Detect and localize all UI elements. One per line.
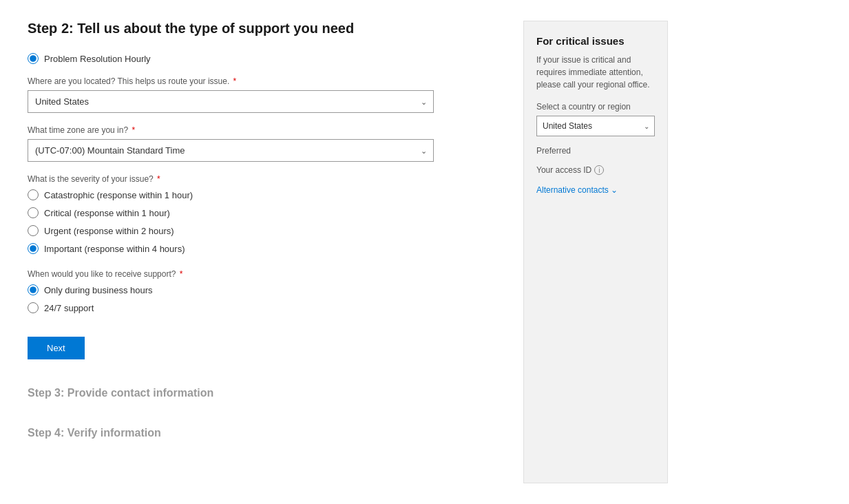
- severity-options: Catastrophic (response within 1 hour) Cr…: [28, 189, 496, 254]
- main-content: Step 2: Tell us about the type of suppor…: [28, 21, 496, 483]
- severity-catastrophic-radio[interactable]: [28, 189, 39, 200]
- sidebar-description: If your issue is critical and requires i…: [536, 54, 655, 91]
- step3-title: Step 3: Provide contact information: [28, 387, 496, 399]
- timezone-label: What time zone are you in? *: [28, 125, 496, 135]
- business-hours-radio[interactable]: [28, 284, 39, 295]
- business-hours-option[interactable]: Only during business hours: [28, 284, 496, 295]
- timezone-required: *: [129, 125, 135, 135]
- timezone-select-wrapper: (UTC-07:00) Mountain Standard Time (UTC-…: [28, 139, 434, 162]
- location-select-wrapper: United States Canada United Kingdom Aust…: [28, 90, 434, 113]
- sidebar-country-select-wrapper: United States Canada United Kingdom ⌄: [536, 116, 655, 136]
- sidebar: For critical issues If your issue is cri…: [523, 21, 668, 483]
- 247-support-radio[interactable]: [28, 302, 39, 313]
- support-type-option[interactable]: Problem Resolution Hourly: [28, 53, 496, 64]
- step2-title: Step 2: Tell us about the type of suppor…: [28, 21, 496, 36]
- location-label: Where are you located? This helps us rou…: [28, 76, 496, 86]
- severity-critical-label: Critical (response within 1 hour): [44, 208, 170, 218]
- sidebar-access-id-label: Your access ID i: [536, 165, 655, 175]
- support-type-label: Problem Resolution Hourly: [44, 54, 151, 64]
- support-timing-required: *: [177, 269, 182, 279]
- severity-urgent-label: Urgent (response within 2 hours): [44, 226, 174, 236]
- sidebar-country-select[interactable]: United States Canada United Kingdom: [536, 116, 655, 136]
- severity-critical-option[interactable]: Critical (response within 1 hour): [28, 207, 496, 218]
- severity-catastrophic-option[interactable]: Catastrophic (response within 1 hour): [28, 189, 496, 200]
- sidebar-preferred-label: Preferred: [536, 146, 655, 156]
- severity-important-radio[interactable]: [28, 243, 39, 254]
- location-select[interactable]: United States Canada United Kingdom Aust…: [28, 90, 434, 113]
- timezone-select[interactable]: (UTC-07:00) Mountain Standard Time (UTC-…: [28, 139, 434, 162]
- support-timing-label: When would you like to receive support? …: [28, 269, 496, 279]
- business-hours-label: Only during business hours: [44, 285, 153, 295]
- sidebar-country-label: Select a country or region: [536, 102, 655, 112]
- location-required: *: [231, 76, 236, 86]
- 247-support-option[interactable]: 24/7 support: [28, 302, 496, 313]
- severity-label: What is the severity of your issue? *: [28, 174, 496, 184]
- access-id-info-icon[interactable]: i: [594, 165, 604, 175]
- severity-important-option[interactable]: Important (response within 4 hours): [28, 243, 496, 254]
- severity-urgent-radio[interactable]: [28, 225, 39, 236]
- severity-urgent-option[interactable]: Urgent (response within 2 hours): [28, 225, 496, 236]
- alternative-contacts-link[interactable]: Alternative contacts ⌄: [536, 185, 618, 195]
- support-type-radio[interactable]: [28, 53, 39, 64]
- 247-support-label: 24/7 support: [44, 303, 94, 313]
- next-button[interactable]: Next: [28, 337, 85, 359]
- severity-important-label: Important (response within 4 hours): [44, 244, 185, 254]
- step4-title: Step 4: Verify information: [28, 427, 496, 439]
- support-timing-options: Only during business hours 24/7 support: [28, 284, 496, 313]
- alternative-contacts-chevron-icon: ⌄: [611, 185, 618, 195]
- severity-catastrophic-label: Catastrophic (response within 1 hour): [44, 190, 193, 200]
- severity-critical-radio[interactable]: [28, 207, 39, 218]
- severity-required: *: [155, 174, 160, 184]
- sidebar-title: For critical issues: [536, 35, 655, 47]
